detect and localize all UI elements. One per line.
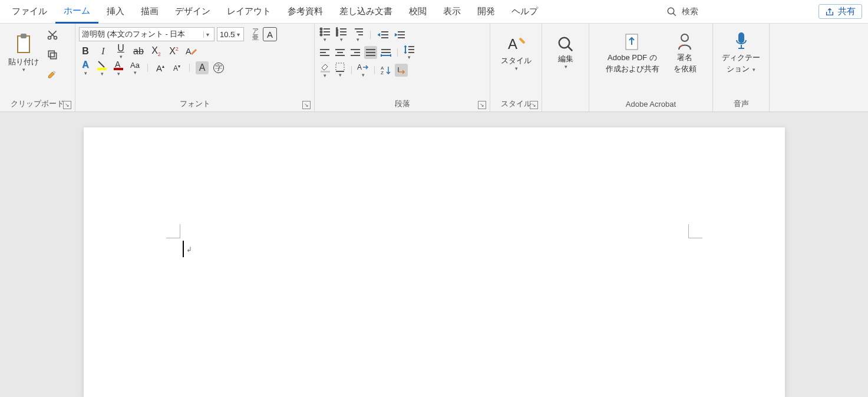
character-border-button[interactable]: A [263,27,277,41]
tab-view[interactable]: 表示 [435,0,469,24]
tab-review[interactable]: 校閲 [401,0,435,24]
numbering-icon: 123 [336,27,346,37]
scissors-icon [47,29,58,41]
bullets-button[interactable]: ▾ [318,28,331,41]
align-right-button[interactable] [349,46,362,59]
styles-launcher[interactable]: ↘ [530,101,538,109]
copy-icon [47,49,58,61]
dictate-button[interactable]: ディクテー ション ▾ [717,26,765,79]
shading-char-icon: A [199,63,206,73]
grow-font-icon: A▴ [156,63,164,73]
enclose-characters-button[interactable]: 字 [212,61,225,74]
change-case-icon: Aa [130,61,140,70]
tab-developer[interactable]: 開発 [469,0,503,24]
text-effects-button[interactable]: A▾ [79,61,92,74]
grow-font-button[interactable]: A▴ [154,61,167,74]
share-label: 共有 [838,6,856,17]
styles-icon: A [506,34,527,55]
bold-icon: B [82,46,89,57]
font-size-value: 10.5 [220,30,235,39]
phonetic-guide-button[interactable]: ア亜 [249,28,262,41]
shrink-font-icon: A▾ [173,64,180,73]
underline-button[interactable]: U▾ [114,45,127,58]
svg-point-62 [681,34,688,41]
share-button[interactable]: 共有 [819,4,862,19]
line-spacing-button[interactable]: ▾ [402,46,415,59]
align-center-button[interactable] [334,46,346,59]
show-marks-button[interactable] [395,64,408,77]
tab-references[interactable]: 参考資料 [279,0,331,24]
enclose-icon: 字 [213,63,224,73]
chevron-down-icon: ▾ [203,31,212,38]
increase-indent-button[interactable] [393,28,406,41]
group-editing: 編集 ▾ [542,24,589,111]
shrink-font-button[interactable]: A▾ [170,61,183,74]
shading-button[interactable]: ▾ [318,64,331,77]
svg-text:A: A [508,36,517,52]
search-button[interactable]: 検索 [658,6,707,17]
paragraph-launcher[interactable]: ↘ [478,101,486,109]
tab-design[interactable]: デザイン [167,0,219,24]
signature-icon [675,31,695,52]
font-color-button[interactable]: A▾ [112,61,125,74]
document-page[interactable]: ↲ [84,127,785,397]
superscript-button[interactable]: X2 [167,45,180,58]
decrease-indent-button[interactable] [377,28,390,41]
chevron-down-icon: ▾ [753,67,755,73]
editing-label: 編集 [558,54,573,64]
svg-point-0 [668,8,674,14]
tab-draw[interactable]: 描画 [133,0,167,24]
font-name-combo[interactable]: 游明朝 (本文のフォント - 日本 ▾ [79,27,214,41]
chevron-down-icon: ▾ [117,71,120,77]
multilevel-icon [352,27,363,37]
tab-home[interactable]: ホーム [55,0,98,24]
font-launcher[interactable]: ↘ [302,101,311,109]
italic-button[interactable]: I [97,45,110,58]
sort-button[interactable]: AZ [379,64,392,77]
editing-button[interactable]: 編集 ▾ [552,26,579,79]
highlight-button[interactable]: ▾ [95,61,108,74]
paintbrush-icon [47,69,58,81]
numbering-button[interactable]: 123▾ [335,28,348,41]
group-paragraph-label: 段落 [395,99,410,109]
justify-button[interactable] [364,46,377,59]
character-shading-button[interactable]: A [196,61,209,74]
font-name-value: 游明朝 (本文のフォント - 日本 [82,29,186,40]
tab-insert[interactable]: 挿入 [98,0,133,24]
svg-rect-53 [336,63,344,71]
clipboard-launcher[interactable]: ↘ [63,101,71,109]
chevron-down-icon: ▾ [362,72,365,78]
paste-button[interactable]: 貼り付け ▾ [4,26,44,79]
align-left-button[interactable] [318,46,331,59]
strikethrough-button[interactable]: ab [132,45,145,58]
svg-text:A: A [186,47,192,56]
text-direction-button[interactable]: A▾ [357,64,369,77]
tab-file[interactable]: ファイル [4,0,55,24]
group-font-label: フォント [180,99,210,109]
group-styles-label: スタイル [501,99,532,109]
copy-button[interactable] [46,48,59,61]
request-signature-button[interactable]: 署名 を依頼 [669,26,701,79]
format-painter-button[interactable] [46,68,59,81]
subscript-button[interactable]: X2 [150,45,163,58]
chevron-down-icon: ▾ [324,37,326,42]
borders-button[interactable]: ▾ [334,64,346,77]
clear-formatting-button[interactable]: A [185,45,198,58]
group-voice: ディクテー ション ▾ 音声 [713,24,770,111]
create-pdf-button[interactable]: Adobe PDF の 作成および共有 [601,26,664,79]
tab-help[interactable]: ヘルプ [503,0,546,24]
styles-button[interactable]: A スタイル ▾ [496,26,536,79]
group-clipboard-label: クリップボード [11,99,64,109]
bold-button[interactable]: B [79,45,92,58]
underline-icon: U [117,43,124,54]
change-case-button[interactable]: Aa▾ [128,61,141,74]
tab-layout[interactable]: レイアウト [219,0,279,24]
tab-mailings[interactable]: 差し込み文書 [331,0,401,24]
cut-button[interactable] [46,28,59,41]
highlight-icon [96,59,108,71]
font-size-combo[interactable]: 10.5 ▾ [217,27,244,41]
sort-icon: AZ [381,65,391,76]
multilevel-list-button[interactable]: ▾ [351,28,364,41]
distributed-button[interactable] [379,46,392,59]
search-icon [666,6,677,17]
